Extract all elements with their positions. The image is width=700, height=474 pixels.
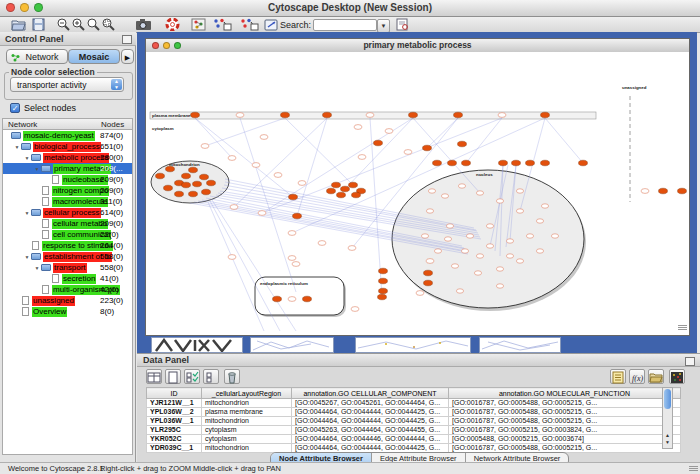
table-row[interactable]: YPL036W__1mitochondrion[GO:0044464, GO:0…: [147, 417, 681, 426]
column-header[interactable]: annotation.GO CELLULAR_COMPONENT: [292, 388, 449, 399]
tree-item-nitrogen-compo[interactable]: nitrogen compo209(0): [3, 185, 132, 196]
tree-item-cell-communicat[interactable]: cell communicat22(0): [3, 229, 132, 240]
close-window-icon[interactable]: [6, 3, 15, 12]
tree-item-metabolic-process[interactable]: ▼metabolic process280(0): [3, 152, 132, 163]
layout-red-icon[interactable]: [239, 18, 259, 31]
zoom-in-icon[interactable]: [71, 18, 86, 31]
table-cell[interactable]: YPL036W__2: [147, 408, 202, 417]
window-resize-grip-icon[interactable]: [678, 324, 687, 333]
zoom-selected-icon[interactable]: [101, 18, 116, 31]
open-icon[interactable]: [11, 18, 26, 31]
tree-item-secretion[interactable]: secretion41(0): [3, 273, 132, 284]
help-ring-icon[interactable]: [165, 18, 180, 31]
background-window-fragment[interactable]: [479, 337, 561, 353]
table-row[interactable]: YLR295Ccytoplasm[GO:0045263, GO:0044464,…: [147, 426, 681, 435]
tree-item-overview[interactable]: Overview8(0): [3, 306, 132, 317]
node-color-dropdown[interactable]: transporter activity ▲▼: [10, 77, 124, 92]
import-folder-icon[interactable]: [648, 369, 664, 384]
table-cell[interactable]: mitochondrion: [202, 399, 292, 408]
select-attributes-icon[interactable]: [184, 369, 200, 384]
tab-network[interactable]: Network: [6, 49, 68, 64]
app-resize-grip-icon[interactable]: [689, 465, 698, 474]
column-header[interactable]: ID: [147, 388, 202, 399]
tree-item-response-to-stimulu[interactable]: response to stimulu264(0): [3, 240, 132, 251]
layout-blue-icon[interactable]: [212, 18, 232, 31]
scroll-up-icon[interactable]: ▲: [664, 432, 671, 438]
delete-attribute-icon[interactable]: [224, 369, 240, 384]
table-cell[interactable]: YLR295C: [147, 426, 202, 435]
float-panel-icon[interactable]: [122, 35, 132, 44]
table-cell[interactable]: [GO:0016787, GO:0005215, GO:0003824, G..…: [449, 426, 681, 435]
table-cell[interactable]: YJR121W__1: [147, 399, 202, 408]
column-header[interactable]: _cellularLayoutRegion: [202, 388, 292, 399]
zoom-out-icon[interactable]: [56, 18, 71, 31]
disclosure-triangle-icon[interactable]: ▼: [13, 144, 21, 150]
float-data-panel-icon[interactable]: [685, 357, 695, 366]
table-cell[interactable]: [GO:0044464, GO:0044444, GO:0044425, G..…: [292, 408, 449, 417]
tree-item-cellular-process[interactable]: ▼cellular process614(0): [3, 207, 132, 218]
tree-item-multi-organism-pro[interactable]: multi-organism pro42(0): [3, 284, 132, 295]
zoom-fit-icon[interactable]: [86, 18, 101, 31]
new-attribute-icon[interactable]: [165, 369, 181, 384]
table-cell[interactable]: [GO:0016787, GO:0005488, GO:0005215, G..…: [449, 417, 681, 426]
annotation-icon[interactable]: [264, 18, 279, 31]
table-cell[interactable]: [GO:0005488, GO:0005215, GO:0003674]: [449, 435, 681, 444]
table-row[interactable]: YJR121W__1mitochondrion[GO:0045267, GO:0…: [147, 399, 681, 408]
disclosure-triangle-icon[interactable]: ▼: [33, 166, 41, 172]
table-cell[interactable]: YDR039C__1: [147, 444, 202, 453]
disclosure-triangle-icon[interactable]: ▼: [23, 254, 31, 260]
node-attribute-table[interactable]: ID_cellularLayoutRegionannotation.GO CEL…: [146, 387, 681, 453]
tree-item-primary-metabo[interactable]: ▼primary metabo209(...: [3, 163, 132, 174]
zoom-window-icon[interactable]: [34, 3, 43, 12]
save-icon[interactable]: [31, 18, 46, 31]
tree-item-biological-process[interactable]: ▼biological_process651(0): [3, 141, 132, 152]
minimize-window-icon[interactable]: [20, 3, 29, 12]
background-window-fragment[interactable]: [355, 337, 471, 353]
table-cell[interactable]: [GO:0044464, GO:0044444, GO:0044425, G..…: [292, 417, 449, 426]
search-dropdown-button[interactable]: ▼: [377, 19, 390, 33]
table-cell[interactable]: mitochondrion: [202, 417, 292, 426]
tab-mosaic[interactable]: Mosaic: [68, 49, 120, 64]
background-window-fragment[interactable]: [250, 337, 334, 353]
unselect-attributes-icon[interactable]: [203, 369, 219, 384]
tab-overflow-arrow[interactable]: ▶: [121, 49, 134, 64]
table-cell[interactable]: [GO:0044464, GO:0044446, GO:0044444, G..…: [292, 435, 449, 444]
network-overview-icon[interactable]: [191, 18, 206, 31]
tree-item-transport[interactable]: ▼transport558(0): [3, 262, 132, 273]
table-cell[interactable]: [GO:0016787, GO:0005488, GO:0005215, G..…: [449, 408, 681, 417]
table-scrollbar[interactable]: ▲ ▼: [662, 387, 673, 449]
table-row[interactable]: YPL036W__2plasma membrane[GO:0044464, GO…: [147, 408, 681, 417]
tree-item-cellular-metabo[interactable]: cellular metabo209(0): [3, 218, 132, 229]
search-input[interactable]: [313, 19, 377, 31]
tree-item-unassigned[interactable]: unassigned223(0): [3, 295, 132, 306]
table-cell[interactable]: plasma membrane: [202, 408, 292, 417]
zoom-network-window-icon[interactable]: [174, 42, 181, 49]
column-header[interactable]: annotation.GO MOLECULAR_FUNCTION: [449, 388, 681, 399]
disclosure-triangle-icon[interactable]: ▼: [33, 265, 41, 271]
table-cell[interactable]: YPL036W__1: [147, 417, 202, 426]
network-window-titlebar[interactable]: primary metabolic process: [146, 39, 689, 53]
background-window-fragment[interactable]: [151, 337, 243, 353]
snapshot-icon[interactable]: [135, 18, 152, 31]
close-network-window-icon[interactable]: [152, 42, 159, 49]
scrollbar-thumb[interactable]: [664, 389, 671, 409]
table-cell[interactable]: [GO:0045267, GO:0045261, GO:0044464, G..…: [292, 399, 449, 408]
network-canvas[interactable]: plasma membranecytoplasmmitochondrionnuc…: [146, 52, 689, 335]
tree-item-establishment-of-lo[interactable]: ▼establishment of lo558(0): [3, 251, 132, 262]
table-cell[interactable]: cytoplasm: [202, 426, 292, 435]
advanced-search-icon[interactable]: [395, 18, 410, 31]
table-icon[interactable]: [146, 369, 162, 384]
select-nodes-checkbox[interactable]: ✓: [10, 103, 20, 113]
attribute-list-icon[interactable]: [610, 369, 626, 384]
table-row[interactable]: YKR052Ccytoplasm[GO:0044464, GO:0044446,…: [147, 435, 681, 444]
matrix-icon[interactable]: [669, 369, 685, 384]
tree-item-macromolecule[interactable]: macromolecule311(0): [3, 196, 132, 207]
tree-item-mosaic-demo-yeast[interactable]: mosaic-demo-yeast874(0): [3, 130, 132, 141]
table-cell[interactable]: cytoplasm: [202, 435, 292, 444]
scroll-down-icon[interactable]: ▼: [664, 439, 671, 445]
network-view-window[interactable]: primary metabolic process plasma membran…: [145, 38, 690, 336]
disclosure-triangle-icon[interactable]: ▼: [23, 210, 31, 216]
tree-item-nucleobase-[interactable]: nucleobase-209(0): [3, 174, 132, 185]
table-cell[interactable]: [GO:0016787, GO:0005488, GO:0005215, G..…: [449, 399, 681, 408]
minimize-network-window-icon[interactable]: [163, 42, 170, 49]
